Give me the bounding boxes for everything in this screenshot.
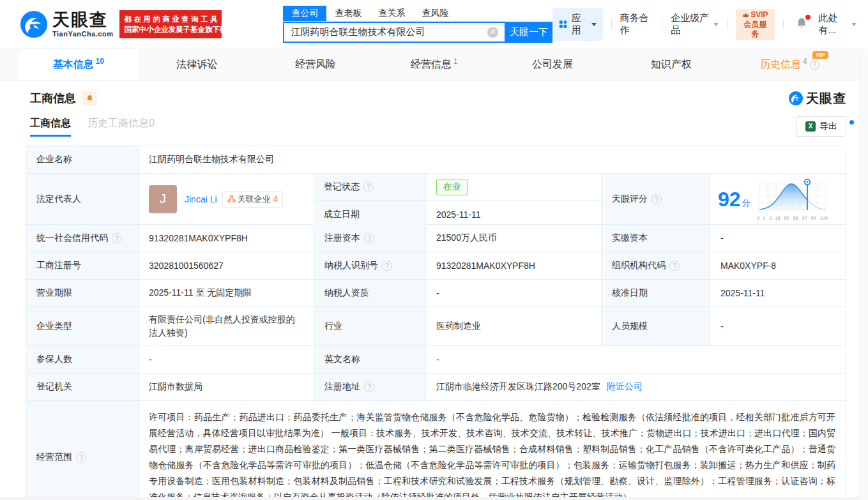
- business-term-value: 2025-11-11 至 无固定期限: [138, 280, 314, 307]
- reg-number-value: 320281001560627: [138, 252, 314, 279]
- search-tab-risk[interactable]: 查风险: [413, 6, 457, 21]
- field-label: 参保人数: [26, 346, 138, 373]
- user-name: 此处有...: [818, 12, 850, 36]
- table-row: 法定代表人 J Jincai Li 关联企业 4: [26, 173, 846, 224]
- nav-enterprise[interactable]: 企业级产品: [671, 12, 719, 36]
- help-icon[interactable]: ?: [669, 261, 680, 271]
- help-icon[interactable]: ?: [382, 261, 392, 271]
- tab-company-development[interactable]: 公司发展: [493, 49, 612, 80]
- help-icon[interactable]: ?: [363, 182, 374, 192]
- slogan-line1: 都在用的商业查询工具: [124, 14, 217, 24]
- company-name-value: 江阴药明合联生物技术有限公司: [138, 146, 846, 173]
- apps-grid-icon: [559, 19, 567, 29]
- search-input[interactable]: [283, 22, 505, 43]
- main-content: 工商信息 天眼查 工商信息 历史工商信息0 X 导出: [0, 80, 868, 500]
- top-nav: 应用 商务合作 企业级产品 SVIP 会员服务: [552, 8, 857, 41]
- legal-rep-link[interactable]: Jincai Li: [185, 194, 217, 204]
- tianyancha-company-page: 天眼查 TianYanCha.com 都在用的商业查询工具 国家中小企业发展子基…: [0, 0, 868, 500]
- establish-date-value: 2025-11-11: [425, 201, 601, 228]
- taxpayer-id-value: 91320281MAK0XYPF8H: [425, 252, 601, 279]
- table-row: 工商注册号 320281001560627 纳税人识别号? 91320281MA…: [26, 252, 846, 279]
- search-tab-relation[interactable]: 查关系: [370, 6, 413, 21]
- field-label: 营业期限: [26, 280, 138, 307]
- network-icon: [227, 195, 236, 203]
- table-row: 参保人数 - 英文名称 -: [26, 345, 846, 373]
- field-label: 统一社会信用代码?: [26, 225, 138, 252]
- field-label: 登记状态 ?: [314, 174, 425, 201]
- search-button[interactable]: 天眼一下: [505, 22, 552, 43]
- crown-icon: [742, 12, 749, 18]
- user-menu[interactable]: 此处有...: [818, 12, 857, 36]
- related-companies-badge[interactable]: 关联企业 4: [222, 191, 283, 208]
- scrollbar[interactable]: [860, 49, 868, 500]
- field-label: 人员规模: [601, 307, 710, 345]
- help-icon[interactable]: ?: [364, 382, 374, 392]
- help-icon[interactable]: ?: [76, 452, 86, 462]
- table-row: 登记机关 江阴市数据局 注册地址? 江阴市临港经济开发区珠江路200号202室 …: [26, 373, 846, 400]
- monitor-button[interactable]: [82, 91, 97, 106]
- floating-widget-dot[interactable]: [849, 120, 854, 125]
- clear-icon[interactable]: ✕: [487, 27, 498, 38]
- nav-cooperation[interactable]: 商务合作: [620, 12, 654, 36]
- section-header: 工商信息 天眼查: [26, 88, 846, 109]
- field-label: 登记机关: [26, 374, 138, 400]
- subtab-business-info[interactable]: 工商信息: [30, 117, 71, 137]
- tab-intellectual-property[interactable]: 知识产权: [612, 49, 731, 80]
- search-tabs: 查公司 查老板 查关系 查风险: [283, 6, 505, 22]
- status-badge: 在业: [436, 179, 468, 195]
- apps-menu[interactable]: 应用: [552, 8, 602, 41]
- avatar[interactable]: J: [149, 185, 177, 213]
- table-row: 登记状态 ? 在业: [314, 174, 601, 201]
- export-button[interactable]: X 导出: [796, 116, 846, 137]
- score-distribution-chart: 0131550859799100: [757, 178, 828, 221]
- score-value: 92: [718, 189, 741, 209]
- field-label: 核准日期: [601, 280, 710, 307]
- english-name-value: -: [425, 346, 846, 373]
- nearby-companies-link[interactable]: 附近公司: [607, 381, 643, 393]
- tab-legal-litigation[interactable]: 法律诉讼: [138, 49, 257, 80]
- legal-rep-cell: J Jincai Li 关联企业 4: [138, 174, 314, 224]
- svip-member-button[interactable]: SVIP 会员服务: [736, 9, 774, 40]
- excel-icon: X: [805, 121, 816, 132]
- tab-label: 公司发展: [532, 58, 573, 72]
- field-label: 纳税人资质: [314, 280, 425, 307]
- tab-basic-info[interactable]: 基本信息 10: [19, 49, 138, 80]
- search-tab-boss[interactable]: 查老板: [326, 6, 370, 21]
- help-icon[interactable]: ?: [112, 233, 122, 243]
- approval-date-value: 2025-11-11: [710, 280, 846, 307]
- svip-label-bottom: 会员服务: [743, 20, 766, 38]
- notifications-button[interactable]: [795, 17, 808, 32]
- tab-operation-risk[interactable]: 经营风险: [256, 49, 375, 80]
- search-tab-company[interactable]: 查公司: [283, 6, 326, 21]
- tab-label: 知识产权: [651, 58, 692, 72]
- header: 天眼查 TianYanCha.com 都在用的商业查询工具 国家中小企业发展子基…: [0, 0, 868, 49]
- score-unit: 分: [742, 197, 750, 209]
- field-label: 组织机构代码?: [601, 252, 710, 279]
- help-icon[interactable]: ?: [651, 194, 662, 204]
- subtab-history-business-info[interactable]: 历史工商信息0: [88, 117, 155, 137]
- tianyan-score[interactable]: 92 分: [718, 178, 828, 221]
- field-label: 注册资本?: [314, 225, 425, 252]
- tab-label: 法律诉讼: [176, 58, 217, 72]
- chart-axis-ticks: 0131550859799100: [757, 215, 828, 221]
- help-icon[interactable]: ?: [810, 60, 819, 70]
- tab-operation-info[interactable]: 经营信息 1: [375, 49, 494, 80]
- table-row: 统一社会信用代码? 91320281MAK0XYPF8H 注册资本? 21500…: [26, 224, 846, 252]
- reg-capital-value: 21500万人民币: [425, 225, 601, 252]
- field-label: 工商注册号: [26, 252, 138, 279]
- field-label: 成立日期: [314, 201, 425, 228]
- chevron-down-icon: [591, 23, 597, 26]
- tab-history-info[interactable]: VIP 历史信息 4 ?: [730, 49, 849, 80]
- table-row: 企业名称 江阴药明合联生物技术有限公司: [26, 146, 846, 173]
- page-bottom-strip: [0, 497, 868, 500]
- reg-authority-value: 江阴市数据局: [138, 374, 314, 400]
- watermark-text: 天眼查: [806, 90, 846, 107]
- field-label: 法定代表人: [26, 174, 138, 224]
- tianyancha-logo[interactable]: 天眼查 TianYanCha.com: [19, 10, 113, 39]
- company-type-value: 有限责任公司(非自然人投资或控股的法人独资): [138, 307, 314, 345]
- chevron-down-icon: [851, 23, 857, 26]
- tab-count: 1: [453, 57, 458, 66]
- help-icon[interactable]: ?: [364, 233, 374, 243]
- bell-icon: [86, 95, 94, 103]
- table-row: 企业类型 有限责任公司(非自然人投资或控股的法人独资) 行业 医药制造业 人员规…: [26, 307, 846, 345]
